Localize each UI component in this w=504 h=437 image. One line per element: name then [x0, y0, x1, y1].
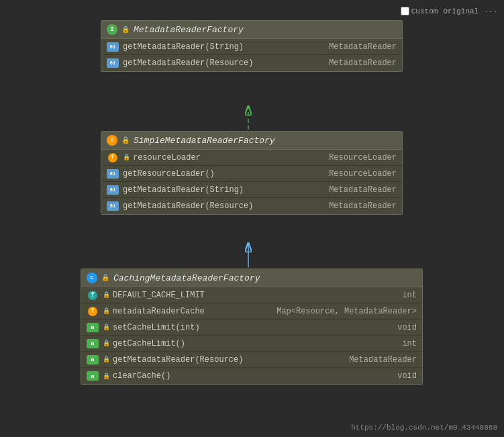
row-type: ResourceLoader — [329, 169, 397, 179]
method-icon: 01 — [107, 168, 119, 179]
watermark: https://blog.csdn.net/m0_43448868 — [351, 424, 497, 432]
caching-box: c 🔒 CachingMetadataReaderFactory f 🔒 DEF… — [81, 269, 423, 385]
row-type: MetadataReader — [329, 42, 397, 52]
toolbar: Custom Original ··· — [401, 7, 497, 15]
caching-box-header: c 🔒 CachingMetadataReaderFactory — [81, 269, 422, 287]
row-type: ResourceLoader — [329, 153, 397, 162]
header-lock-icon: 🔒 — [121, 136, 130, 144]
caching-title: CachingMetadataReaderFactory — [113, 273, 260, 283]
custom-checkbox[interactable] — [401, 7, 409, 15]
watermark-text: https://blog.csdn.net/m0_43448868 — [351, 424, 497, 432]
row-name: getResourceLoader() — [123, 169, 322, 179]
table-row: m 🔒 clearCache() void — [81, 368, 422, 384]
class-blue-icon: c — [87, 273, 97, 283]
field-icon: f — [107, 152, 119, 163]
method-icon: 01 — [107, 58, 119, 68]
row-name: getMetadataReader(String) — [123, 185, 322, 195]
row-type: MetadataReader — [329, 58, 397, 68]
row-name: getCacheLimit() — [113, 339, 395, 348]
interface-title: MetadataReaderFactory — [134, 25, 244, 35]
field-icon: f — [87, 306, 99, 317]
header-lock-icon: 🔒 — [101, 274, 109, 282]
method-icon: 01 — [107, 185, 119, 195]
row-type: int — [402, 339, 417, 348]
more-options[interactable]: ··· — [484, 7, 497, 15]
row-type: Map<Resource, MetadataReader> — [276, 307, 417, 316]
table-row: 01 getMetadataReader(Resource) MetadataR… — [101, 198, 402, 214]
method-icon: m — [87, 338, 99, 349]
interface-icon: I — [107, 24, 117, 35]
method-icon: m — [87, 354, 99, 365]
row-name: clearCache() — [113, 371, 391, 381]
row-name: getMetadataReader(Resource) — [123, 58, 322, 68]
table-row: f 🔒 DEFAULT_CACHE_LIMIT int — [81, 287, 422, 303]
row-type: MetadataReader — [349, 355, 417, 365]
interface-box: I 🔒 MetadataReaderFactory 01 getMetadata… — [101, 20, 403, 72]
simple-box-header: c 🔒 SimpleMetadataReaderFactory — [101, 132, 402, 150]
row-type: MetadataReader — [329, 201, 397, 211]
table-row: 01 getMetadataReader(String) MetadataRea… — [101, 182, 402, 198]
table-row: 01 getResourceLoader() ResourceLoader — [101, 166, 402, 182]
row-type: MetadataReader — [329, 185, 397, 195]
row-name: getMetadataReader(Resource) — [123, 201, 322, 211]
row-name: resourceLoader — [133, 153, 322, 162]
method-icon: 01 — [107, 42, 119, 52]
method-icon: m — [87, 371, 99, 381]
row-type: int — [402, 291, 417, 300]
interface-box-header: I 🔒 MetadataReaderFactory — [101, 21, 402, 39]
header-lock-icon: 🔒 — [121, 26, 130, 34]
simple-box: c 🔒 SimpleMetadataReaderFactory f 🔒 reso… — [101, 131, 403, 215]
row-name: getMetadataReader(Resource) — [113, 355, 342, 365]
row-name: DEFAULT_CACHE_LIMIT — [113, 291, 395, 300]
table-row: 01 getMetadataReader(Resource) MetadataR… — [101, 55, 402, 71]
method-icon: m — [87, 322, 99, 333]
row-name: metadataReaderCache — [113, 307, 270, 316]
simple-title: SimpleMetadataReaderFactory — [134, 136, 275, 146]
method-icon: 01 — [107, 201, 119, 211]
class-icon: c — [107, 135, 117, 146]
row-type: void — [397, 323, 417, 332]
table-row: m 🔒 getCacheLimit() int — [81, 336, 422, 352]
diagram-area: Custom Original ··· I 🔒 MetadataReaderFa… — [0, 0, 504, 437]
row-type: void — [397, 371, 417, 381]
row-name: getMetadataReader(String) — [123, 42, 322, 52]
custom-checkbox-container[interactable]: Custom — [401, 7, 438, 15]
original-label: Original — [443, 7, 478, 15]
custom-label: Custom — [411, 7, 438, 15]
table-row: m 🔒 setCacheLimit(int) void — [81, 320, 422, 336]
table-row: 01 getMetadataReader(String) MetadataRea… — [101, 39, 402, 55]
row-name: setCacheLimit(int) — [113, 323, 391, 332]
table-row: f 🔒 resourceLoader ResourceLoader — [101, 150, 402, 166]
table-row: m 🔒 getMetadataReader(Resource) Metadata… — [81, 352, 422, 368]
field-icon: f — [87, 290, 99, 301]
table-row: f 🔒 metadataReaderCache Map<Resource, Me… — [81, 303, 422, 320]
